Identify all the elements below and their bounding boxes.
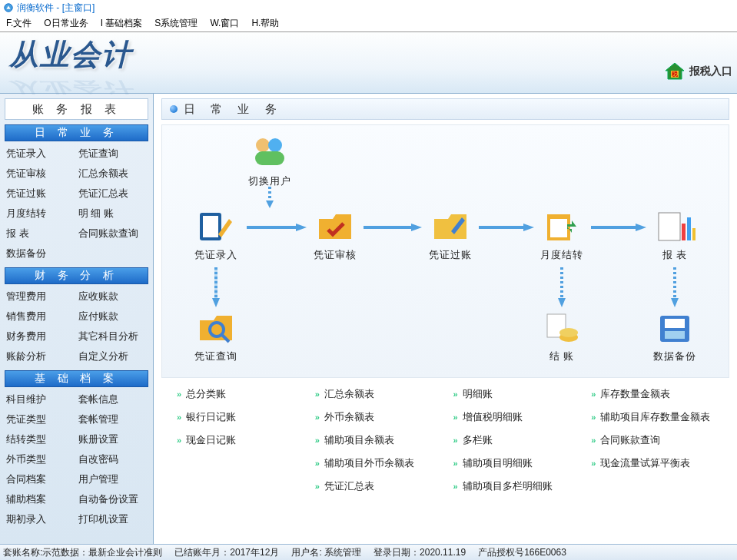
- sidebar-link[interactable]: 应收账款: [78, 287, 148, 306]
- status-user: 用户名: 系统管理: [291, 546, 361, 559]
- sidebar-link[interactable]: 凭证录入: [6, 144, 75, 163]
- svg-marker-26: [296, 224, 307, 231]
- node-post[interactable]: 凭证过账: [423, 208, 477, 262]
- arrow-down-icon: [558, 267, 566, 307]
- sidebar-link[interactable]: 其它科目分析: [78, 327, 148, 346]
- quick-link[interactable]: »现金流量试算平衡表: [591, 456, 722, 470]
- section-fin[interactable]: 财 务 分 析: [5, 267, 148, 284]
- quick-link[interactable]: »多栏账: [453, 433, 584, 447]
- sidebar-link[interactable]: 明 细 账: [78, 204, 148, 223]
- svg-marker-30: [523, 224, 534, 231]
- chevron-right-icon: »: [453, 459, 458, 468]
- sidebar-link[interactable]: 自改密码: [78, 450, 148, 469]
- quick-link[interactable]: »银行日记账: [177, 410, 307, 424]
- sidebar-link[interactable]: 结转类型: [6, 430, 75, 449]
- quick-link[interactable]: »现金日记账: [177, 433, 307, 447]
- node-report[interactable]: 报 表: [648, 208, 702, 262]
- sidebar-link[interactable]: 管理费用: [6, 287, 75, 306]
- node-month[interactable]: 月度结转: [535, 208, 589, 262]
- menu-window[interactable]: W.窗口: [210, 17, 239, 30]
- tax-link-label: 报税入口: [689, 65, 732, 78]
- node-query[interactable]: 凭证查询: [189, 310, 243, 363]
- svg-rect-36: [560, 267, 563, 300]
- quick-link[interactable]: »库存数量金额表: [591, 387, 722, 401]
- menu-help[interactable]: H.帮助: [251, 17, 279, 30]
- sidebar-link[interactable]: 凭证过账: [6, 184, 75, 203]
- sidebar-link[interactable]: 凭证查询: [78, 144, 148, 163]
- app-icon: [3, 2, 14, 13]
- quick-link[interactable]: »辅助项目多栏明细账: [453, 479, 584, 493]
- quick-link[interactable]: »辅助项目明细账: [453, 456, 584, 470]
- section-daily[interactable]: 日 常 业 务: [5, 124, 148, 141]
- svg-rect-34: [214, 267, 217, 300]
- sidebar-link[interactable]: 自定义分析: [78, 347, 148, 366]
- node-entry[interactable]: 凭证录入: [189, 208, 243, 262]
- sidebar-link[interactable]: 套帐管理: [78, 410, 148, 429]
- quick-link[interactable]: »增值税明细账: [453, 410, 584, 424]
- sidebar-link[interactable]: 凭证汇总表: [78, 184, 148, 203]
- menu-daily[interactable]: O日常业务: [44, 17, 88, 30]
- sidebar-link[interactable]: 报 表: [6, 224, 75, 243]
- content-title: 日 常 业 务: [184, 102, 283, 117]
- sidebar-link[interactable]: 外币类型: [6, 450, 75, 469]
- sidebar-link[interactable]: 科目维护: [6, 390, 75, 409]
- chevron-right-icon: »: [177, 389, 181, 399]
- quick-link[interactable]: »凭证汇总表: [315, 479, 446, 493]
- svg-point-4: [256, 138, 270, 152]
- tax-entry-link[interactable]: 税 报税入口: [665, 63, 732, 80]
- arrow-down-icon: [671, 267, 679, 307]
- arrow-right-icon: [364, 224, 422, 231]
- sidebar-link[interactable]: 凭证类型: [6, 410, 75, 429]
- folder-check-icon: [314, 208, 356, 245]
- sidebar-link[interactable]: 账龄分析: [6, 347, 75, 366]
- sidebar-link[interactable]: 销售费用: [6, 307, 75, 326]
- quick-link[interactable]: »合同账款查询: [591, 433, 722, 447]
- sidebar-link[interactable]: 套帐信息: [78, 390, 148, 409]
- sidebar-link[interactable]: 合同账款查询: [78, 224, 148, 243]
- menu-file[interactable]: F.文件: [6, 17, 32, 30]
- status-bar: 套账名称:示范数据：最新企业会计准则 已结账年月：2017年12月 用户名: 系…: [0, 544, 737, 560]
- svg-marker-35: [212, 298, 220, 307]
- content: 日 常 业 务 切换用户 凭证录入 凭证审核 凭证过账: [154, 94, 737, 544]
- svg-rect-20: [665, 319, 685, 328]
- quick-link[interactable]: »辅助项目余额表: [315, 433, 446, 447]
- node-close[interactable]: 结 账: [535, 310, 589, 363]
- quick-link[interactable]: »外币余额表: [315, 410, 446, 424]
- sidebar-link[interactable]: 凭证审核: [6, 164, 75, 183]
- chevron-right-icon: »: [453, 389, 458, 399]
- title-bar: 润衡软件 - [主窗口]: [0, 0, 737, 15]
- quick-link[interactable]: »总分类账: [177, 387, 307, 401]
- chevron-right-icon: »: [315, 459, 320, 468]
- node-audit[interactable]: 凭证审核: [308, 208, 362, 262]
- menu-bar: F.文件 O日常业务 I 基础档案 S系统管理 W.窗口 H.帮助: [0, 15, 737, 32]
- quick-link[interactable]: »明细账: [453, 387, 584, 401]
- sidebar-link[interactable]: 期初录入: [6, 510, 75, 529]
- status-period: 已结账年月：2017年12月: [174, 546, 279, 559]
- sidebar-link[interactable]: 用户管理: [78, 470, 148, 489]
- quick-link[interactable]: »辅助项目库存数量金额表: [591, 410, 722, 424]
- chevron-right-icon: »: [591, 436, 596, 445]
- section-base[interactable]: 基 础 档 案: [5, 370, 148, 387]
- node-switch-user[interactable]: 切换用户: [243, 134, 297, 188]
- menu-base[interactable]: I 基础档案: [101, 17, 143, 30]
- svg-rect-27: [364, 226, 413, 229]
- sidebar-link[interactable]: 应付账款: [78, 307, 148, 326]
- sidebar-link[interactable]: 合同档案: [6, 470, 75, 489]
- quick-link[interactable]: »汇总余额表: [315, 387, 446, 401]
- calendar-arrow-icon: [541, 208, 583, 245]
- sidebar-link[interactable]: 辅助档案: [6, 490, 75, 509]
- node-backup[interactable]: 数据备份: [648, 310, 702, 363]
- sidebar: 账 务 报 表 日 常 业 务 凭证录入凭证查询凭证审核汇总余额表凭证过账凭证汇…: [0, 94, 154, 544]
- sidebar-link[interactable]: 汇总余额表: [78, 164, 148, 183]
- quick-link[interactable]: »辅助项目外币余额表: [315, 456, 446, 470]
- sidebar-link[interactable]: 自动备份设置: [78, 490, 148, 509]
- svg-rect-38: [673, 267, 676, 300]
- sidebar-link[interactable]: 账册设置: [78, 430, 148, 449]
- chevron-right-icon: »: [591, 389, 596, 399]
- svg-rect-10: [550, 219, 567, 237]
- sidebar-link[interactable]: 财务费用: [6, 327, 75, 346]
- sidebar-link[interactable]: 月度结转: [6, 204, 75, 223]
- sidebar-link[interactable]: 数据备份: [6, 244, 75, 263]
- sidebar-link[interactable]: 打印机设置: [78, 510, 148, 529]
- menu-system[interactable]: S系统管理: [154, 17, 198, 30]
